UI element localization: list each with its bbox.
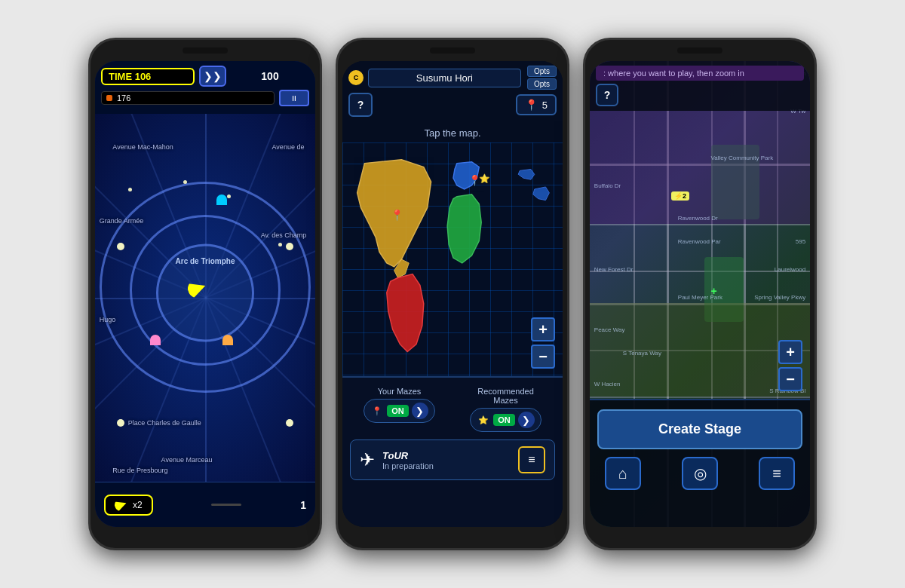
opts-button-1[interactable]: Opts — [527, 66, 557, 77]
world-footer: Your Mazes 📍 ON ❯ RecommendedMazes ⭐ ON — [342, 376, 563, 527]
editor-zoom-out-button[interactable]: − — [778, 367, 802, 391]
world-map-svg: 📍 ⭐ 📍 — [342, 142, 563, 376]
maze-toggle-row: Your Mazes 📍 ON ❯ RecommendedMazes ⭐ ON — [350, 387, 555, 432]
s-595-label: 595 — [796, 238, 805, 245]
editor-header: : where you want to play, then zoom in ? — [590, 61, 810, 111]
phone-notch-2 — [430, 47, 475, 54]
phone-1-screen: TIME 106 ❯❯ 100 176 ⏸ — [95, 61, 315, 527]
new-forest-dr-label: New Forest Dr — [594, 266, 634, 273]
stage-count: 1 — [300, 499, 306, 511]
ravenwood-dr-label: Ravenwood Dr — [678, 215, 718, 222]
life-dot — [106, 95, 112, 101]
svg-text:📍: 📍 — [391, 209, 404, 222]
plane-icon: ✈ — [360, 449, 375, 470]
pacman-lives-display: x2 — [104, 495, 153, 516]
your-mazes-group: Your Mazes 📍 ON ❯ — [350, 387, 449, 432]
editor-zoom-controls: + − — [778, 340, 802, 391]
spring-valley-pkwy-label: Spring Valley Pkwy — [754, 294, 805, 301]
pause-button[interactable]: ⏸ — [279, 90, 309, 106]
create-stage-button[interactable]: Create Stage — [597, 409, 802, 449]
ghost-orange — [222, 335, 233, 345]
zoom-out-button[interactable]: − — [531, 345, 555, 369]
phone-3: Sprin W Tw Valley Community Park Buffalo… — [583, 38, 817, 550]
player-name-display: Susumu Hori — [368, 69, 521, 87]
location-marker: + — [711, 285, 717, 297]
power-pellet-4 — [286, 419, 293, 427]
phone-notch-1 — [183, 47, 228, 54]
editor-zoom-in-button[interactable]: + — [778, 340, 802, 364]
pacman-character — [188, 280, 206, 298]
phone-1: TIME 106 ❯❯ 100 176 ⏸ — [88, 38, 322, 550]
home-button[interactable]: ⌂ — [605, 457, 641, 490]
game-screen: TIME 106 ❯❯ 100 176 ⏸ — [95, 61, 315, 527]
ghost-pink — [150, 335, 161, 345]
editor-help-button[interactable]: ? — [596, 84, 618, 106]
peace-way-label: Peace Way — [594, 326, 625, 333]
world-screen: C Susumu Hori Opts Opts ? 📍 5 — [342, 61, 563, 527]
phone-notch-3 — [677, 47, 722, 54]
life-count: 176 — [117, 93, 130, 103]
world-icons-right: Opts Opts — [527, 66, 557, 90]
svg-text:⭐: ⭐ — [479, 173, 490, 184]
recommended-mazes-label: RecommendedMazes — [477, 387, 534, 405]
your-mazes-arrow-btn[interactable]: ❯ — [412, 403, 428, 419]
zoom-in-button[interactable]: + — [531, 317, 555, 341]
tour-text: ToUR In preparation — [382, 450, 511, 470]
ghost-cyan — [216, 194, 227, 205]
recommended-mazes-arrow-btn[interactable]: ❯ — [518, 412, 535, 428]
recommended-mazes-pin-icon: ⭐ — [477, 413, 490, 427]
editor-footer-icons: ⌂ ◎ ≡ — [597, 457, 802, 490]
editor-menu-button[interactable]: ≡ — [759, 457, 795, 490]
editor-banner: : where you want to play, then zoom in — [596, 66, 804, 81]
power-pellet-1 — [117, 243, 124, 250]
target-button[interactable]: ◎ — [682, 457, 718, 490]
your-mazes-pin-icon: 📍 — [370, 404, 384, 418]
pellet-2 — [183, 180, 187, 184]
game-map: Arc de Triomphe Avenue Mac-Mahon Avenue … — [95, 114, 315, 482]
power-pellet-3 — [117, 419, 124, 427]
tour-subtitle: In preparation — [382, 461, 511, 470]
location-pin-icon: 📍 — [525, 99, 538, 111]
grande-armee-label: Grande Armée — [100, 217, 144, 225]
ghost-pink-body — [150, 335, 161, 345]
game-footer: x2 1 — [95, 482, 315, 527]
your-mazes-on-badge: ON — [387, 405, 409, 417]
score-display: 100 — [231, 70, 309, 82]
av-des-champ-label: Av. des Champ — [261, 231, 307, 239]
rue-presbourg-label: Rue de Presbourg — [112, 467, 167, 474]
lightning-badge: ⚡2 — [671, 191, 689, 201]
your-mazes-toggle[interactable]: 📍 ON ❯ — [364, 399, 435, 423]
tour-title: ToUR — [382, 450, 511, 461]
editor-screen: Sprin W Tw Valley Community Park Buffalo… — [590, 61, 810, 527]
world-menu-button[interactable]: ≡ — [518, 446, 545, 473]
avenue-marceau-label: Avenue Marceau — [161, 456, 213, 464]
target-btn-wrapper: ◎ — [682, 457, 718, 490]
progress-bar — [211, 504, 241, 506]
phone-2-screen: C Susumu Hori Opts Opts ? 📍 5 — [342, 61, 563, 527]
pacman-body — [185, 277, 208, 300]
recommended-mazes-toggle[interactable]: ⭐ ON ❯ — [470, 408, 541, 432]
lives-count-label: x2 — [133, 500, 143, 510]
pac-mini-icon — [113, 497, 129, 513]
chevron-icon[interactable]: ❯❯ — [199, 66, 226, 87]
hugo-label: Hugo — [100, 316, 116, 323]
ghost-orange-body — [222, 335, 233, 345]
valley-community-park-label: Valley Community Park — [711, 155, 774, 161]
power-pellet-2 — [286, 243, 293, 250]
world-map-area[interactable]: 📍 ⭐ 📍 — [342, 142, 563, 376]
your-mazes-label: Your Mazes — [378, 387, 422, 396]
arc-label: Arc de Triomphe — [176, 257, 235, 265]
time-display: TIME 106 — [101, 68, 195, 85]
life-indicator: 176 — [101, 91, 275, 105]
opts-button-2[interactable]: Opts — [527, 78, 557, 90]
help-button[interactable]: ? — [348, 93, 373, 117]
world-header: C Susumu Hori Opts Opts ? 📍 5 — [342, 61, 563, 121]
place-charles-label: Place Charles de Gaulle — [128, 419, 201, 427]
tour-section: ✈ ToUR In preparation ≡ — [350, 439, 555, 480]
ravenwood-park-label: Ravenwood Par — [678, 238, 721, 245]
location-count: 5 — [542, 100, 548, 111]
avenue-mac-mahon-label: Avenue Mac-Mahon — [112, 143, 173, 151]
map-zoom-controls: + − — [531, 317, 555, 369]
avenue-de-label: Avenue de — [272, 143, 305, 151]
editor-footer: Create Stage ⌂ ◎ ≡ — [590, 399, 810, 527]
